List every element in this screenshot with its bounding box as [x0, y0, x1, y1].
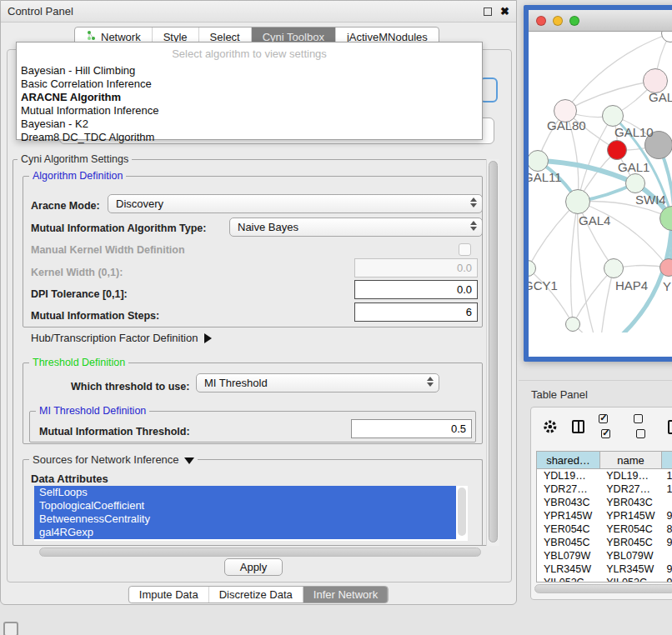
mi-steps-field[interactable]: 6 — [354, 302, 478, 322]
settings-horizontal-scrollbar[interactable] — [39, 548, 481, 557]
data-attributes-list[interactable]: SelfLoopsTopologicalCoefficientBetweenne… — [34, 486, 468, 541]
panel-divider — [519, 380, 672, 381]
hub-section-label: Hub/Transcription Factor Definition — [31, 332, 198, 344]
apply-button[interactable]: Apply — [224, 558, 283, 576]
mi-steps-label: Mutual Information Steps: — [31, 310, 159, 322]
gear-icon[interactable] — [543, 419, 558, 434]
table-row[interactable]: YER054CYER054C8. — [537, 522, 672, 536]
hide-columns-icon[interactable] — [634, 412, 654, 442]
table-row[interactable]: YBR045CYBR045C9. — [537, 536, 672, 549]
algorithm-definition-label: Algorithm Definition — [29, 170, 126, 182]
table-cell: YIL052C — [537, 576, 599, 582]
float-window-icon[interactable] — [484, 8, 492, 16]
algorithm-option-dream8-dc-tdc-algorithm[interactable]: Dream8 DC_TDC Algorithm — [17, 131, 482, 144]
node-label-gal10: GAL10 — [614, 125, 654, 139]
mi-threshold-label: Mutual Information Threshold: — [39, 426, 190, 438]
threshold-definition-label: Threshold Definition — [29, 357, 128, 368]
network-node[interactable] — [625, 173, 645, 193]
network-node[interactable] — [604, 258, 624, 278]
algorithm-option-aracne-algorithm[interactable]: ARACNE Algorithm — [17, 91, 482, 104]
manual-kernel-checkbox[interactable] — [459, 243, 471, 256]
settings-vertical-scrollbar[interactable] — [486, 159, 499, 546]
table-cell: YBL079W — [599, 549, 660, 562]
column-header-a[interactable]: A — [661, 451, 672, 469]
node-attribute-table: shared…nameA YDL19…YDL19…13YDR27…YDR27…1… — [536, 451, 672, 582]
mi-threshold-field[interactable]: 0.5 — [351, 419, 472, 438]
network-node[interactable] — [565, 189, 590, 214]
document-icon[interactable] — [668, 420, 672, 434]
table-row[interactable]: YBR043CYBR043C — [537, 496, 672, 509]
node-label-gal11: GAL11 — [529, 170, 562, 184]
algorithm-option-mutual-information-inference[interactable]: Mutual Information Inference — [17, 104, 482, 118]
scrollbar-thumb[interactable] — [489, 161, 498, 542]
control-panel-window: Control Panel ✖ NetworkStyleSelectCyni T… — [0, 0, 517, 605]
network-view-window: GALGAL80GAL10GAL1GAL11SWI4GAL4GCY1HAP4YH… — [524, 5, 672, 362]
algorithm-option-bayesian-k2[interactable]: Bayesian - K2 — [17, 118, 482, 131]
table-row[interactable]: YDR27…YDR27…12 — [537, 482, 672, 496]
attribute-item-selfloops[interactable]: SelfLoops — [34, 486, 456, 499]
sources-toggle[interactable]: Sources for Network Inference — [29, 453, 198, 466]
tab-discretize-data[interactable]: Discretize Data — [209, 587, 303, 602]
column-header-shared-[interactable]: shared… — [536, 451, 599, 469]
split-view-icon[interactable] — [572, 420, 585, 433]
data-attributes-label: Data Attributes — [31, 472, 108, 485]
table-row[interactable]: YPR145WYPR145W9. — [537, 509, 672, 522]
table-cell: YPR145W — [537, 509, 599, 522]
kernel-width-label: Kernel Width (0,1): — [31, 267, 123, 278]
table-cell: YPR145W — [599, 509, 660, 522]
restore-panel-icon[interactable] — [3, 622, 18, 635]
table-cell: YDR27… — [599, 482, 660, 496]
table-cell: YLR345W — [537, 562, 599, 576]
table-cell: YDL19… — [537, 469, 599, 482]
node-label-swi4: SWI4 — [635, 192, 666, 207]
network-node[interactable] — [659, 258, 672, 277]
dpi-tolerance-label: DPI Tolerance [0,1]: — [31, 288, 128, 300]
node-label-hap4: HAP4 — [615, 278, 648, 292]
network-node[interactable] — [607, 140, 627, 160]
window-title: Control Panel — [8, 5, 73, 18]
dpi-tolerance-field[interactable]: 0.0 — [354, 280, 478, 299]
attribute-item-topologicalcoefficient[interactable]: TopologicalCoefficient — [34, 499, 456, 512]
mac-minimize-button[interactable] — [553, 16, 563, 26]
tab-impute-data[interactable]: Impute Data — [129, 587, 209, 602]
table-cell: YBR043C — [537, 496, 599, 509]
list-scrollbar[interactable] — [458, 488, 466, 536]
mac-zoom-button[interactable] — [569, 16, 579, 26]
table-cell: YBR045C — [537, 536, 599, 549]
sources-label: Sources for Network Inference — [33, 453, 179, 466]
attribute-item-betweennesscentrality[interactable]: BetweennessCentrality — [34, 512, 456, 526]
which-threshold-select[interactable]: MI Threshold — [196, 373, 439, 392]
table-row[interactable]: YLR345WYLR345W9. — [537, 562, 672, 576]
hub-section-toggle[interactable]: Hub/Transcription Factor Definition — [31, 332, 212, 344]
table-row[interactable]: YBL079WYBL079W — [537, 549, 672, 562]
table-cell: YLR345W — [599, 562, 660, 576]
table-cell: 13 — [661, 469, 672, 482]
close-icon[interactable]: ✖ — [500, 8, 509, 16]
show-columns-icon[interactable] — [599, 412, 619, 442]
network-node[interactable] — [565, 317, 580, 332]
dropdown-items: Bayesian - Hill ClimbingBasic Correlatio… — [17, 64, 482, 144]
aracne-mode-select[interactable]: Discovery — [108, 194, 483, 213]
network-canvas[interactable]: GALGAL80GAL10GAL1GAL11SWI4GAL4GCY1HAP4YH… — [529, 32, 672, 332]
table-header-row: shared…nameA — [536, 451, 672, 469]
table-panel-window: shared…nameA YDL19…YDL19…13YDR27…YDR27…1… — [530, 407, 672, 600]
algorithm-option-basic-correlation-inference[interactable]: Basic Correlation Inference — [17, 78, 482, 91]
mi-type-label: Mutual Information Algorithm Type: — [31, 222, 206, 234]
attribute-item-gal4rgexp[interactable]: gal4RGexp — [34, 526, 456, 539]
table-horizontal-scrollbar[interactable] — [534, 584, 672, 593]
network-node[interactable] — [602, 105, 624, 127]
expand-right-icon — [204, 333, 212, 343]
table-row[interactable]: YIL052CYIL052C9 — [537, 576, 672, 582]
stepper-icon — [470, 198, 477, 208]
table-cell: YER054C — [537, 522, 599, 536]
algorithm-option-bayesian-hill-climbing[interactable]: Bayesian - Hill Climbing — [17, 64, 482, 78]
mi-type-select[interactable]: Naive Bayes — [229, 218, 483, 237]
tab-infer-network[interactable]: Infer Network — [303, 587, 388, 602]
mac-close-button[interactable] — [536, 16, 546, 26]
kernel-width-field[interactable]: 0.0 — [354, 258, 478, 278]
table-row[interactable]: YDL19…YDL19…13 — [537, 469, 672, 482]
table-cell: 9. — [661, 562, 672, 576]
column-header-name[interactable]: name — [599, 451, 661, 469]
control-panel-titlebar: Control Panel ✖ — [1, 1, 516, 22]
table-cell: YDL19… — [599, 469, 660, 482]
